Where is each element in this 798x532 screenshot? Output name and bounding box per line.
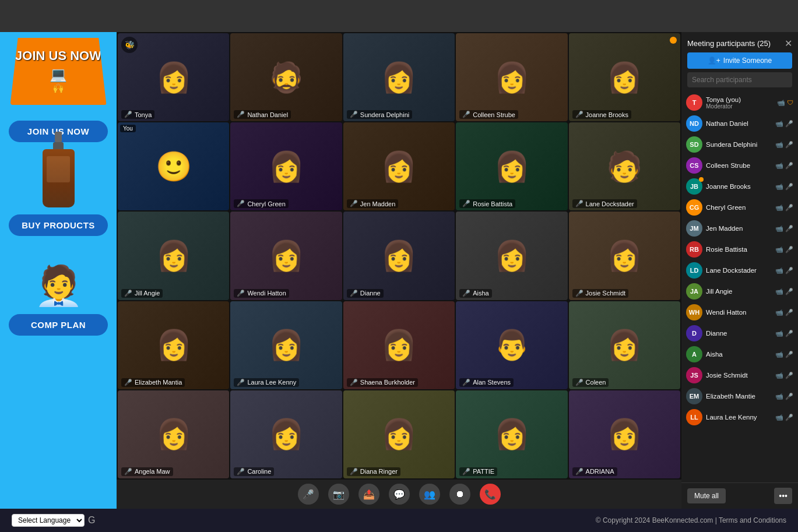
invite-someone-button[interactable]: 👤+ Invite Someone: [687, 52, 792, 69]
name-dianne: Dianne: [706, 330, 772, 337]
name-cheryl: Cheryl Green: [706, 204, 772, 211]
list-item-dianne: D Dianne 📹 🎤: [685, 323, 795, 344]
video-icon-lane: 📹: [775, 267, 783, 274]
list-item-cheryl: CG Cheryl Green 📹 🎤: [685, 197, 795, 218]
joanne-indicator: [699, 177, 704, 182]
list-item-wendi: WH Wendi Hatton 📹 🎤: [685, 302, 795, 323]
video-main: 👩 🐝 🎤Tonya 🧔 🎤Nathan Daniel 👩 🎤Sundera D…: [117, 32, 681, 509]
you-badge: You: [120, 125, 136, 132]
list-item-josie: JS Josie Schmidt 📹 🎤: [685, 365, 795, 386]
mic-icon: 🎤: [124, 111, 132, 118]
orange-indicator-joanne: [670, 37, 677, 44]
joanne-name: 🎤Joanne Brooks: [572, 110, 631, 119]
video-cell-sundera: 👩 🎤Sundera Delphini: [343, 33, 455, 121]
list-item-tonya: T Tonya (you) Moderator 📹 🛡: [685, 92, 795, 113]
sundera-name: 🎤Sundera Delphini: [347, 110, 412, 119]
mic-icon-josie-p: 🎤: [785, 372, 793, 379]
comp-plan-button[interactable]: COMP PLAN: [9, 314, 108, 336]
buy-products-button[interactable]: BUY PRODUCTS: [9, 214, 108, 236]
camera-button[interactable]: 📷: [328, 484, 349, 505]
avatar-aisha: A: [686, 346, 702, 362]
colleen-name: 🎤Colleen Strube: [459, 110, 518, 119]
video-icon-rosie: 📹: [775, 246, 783, 253]
mic-icon-aisha: 🎤: [462, 290, 470, 297]
alan-video: 👨: [456, 301, 567, 389]
icons-elizabeth: 📹 🎤: [775, 393, 793, 400]
adriana-video: 👩: [569, 390, 680, 478]
list-item-nathan: ND Nathan Daniel 📹 🎤: [685, 113, 795, 134]
share-button[interactable]: 📤: [358, 484, 379, 505]
rosie-name: 🎤Rosie Battista: [459, 199, 515, 208]
mic-icon-shaena: 🎤: [350, 379, 358, 386]
icons-laura: 📹 🎤: [775, 414, 793, 421]
video-cell-alan: 👨 🎤Alan Stevens: [456, 301, 567, 389]
close-panel-button[interactable]: ✕: [785, 38, 792, 49]
bee-logo: 🐝: [121, 37, 138, 53]
participants-button[interactable]: 👥: [419, 484, 440, 505]
product-bottle: [43, 149, 75, 207]
language-select[interactable]: Select Language: [12, 514, 85, 527]
angela-name: 🎤Angela Maw: [121, 467, 173, 476]
mic-icon-cheryl: 🎤: [237, 200, 245, 207]
video-cell-joanne: 👩 🎤Joanne Brooks: [569, 33, 680, 121]
video-icon-aisha: 📹: [775, 351, 783, 358]
mic-icon-jen-p: 🎤: [785, 225, 793, 232]
chat-button[interactable]: 💬: [389, 484, 410, 505]
mic-icon-nathan: 🎤: [237, 111, 245, 118]
video-icon-joanne: 📹: [775, 183, 783, 191]
video-icon-jill: 📹: [775, 288, 783, 295]
mic-icon-colleen: 🎤: [462, 111, 470, 118]
video-cell-adriana: 👩 🎤ADRIANA: [569, 390, 680, 478]
avatar-lane: LD: [686, 262, 702, 279]
video-cell-caroline: 👩 🎤Caroline: [230, 390, 342, 478]
icons-nathan: 📹 🎤: [775, 120, 793, 128]
cheryl-video: 👩: [230, 122, 342, 210]
more-options-button[interactable]: •••: [774, 488, 792, 504]
mic-icon-rosie-p: 🎤: [785, 246, 793, 253]
mic-icon-rosie: 🎤: [462, 200, 470, 207]
tonya-name: 🎤Tonya: [121, 110, 154, 119]
list-item-elizabeth: EM Elizabeth Mantie 📹 🎤: [685, 386, 795, 407]
sundera-video: 👩: [343, 33, 455, 121]
icons-wendi: 📹 🎤: [775, 309, 793, 316]
alan-name: 🎤Alan Stevens: [459, 378, 514, 387]
bottom-bar: Select Language G © Copyright 2024 BeeKo…: [0, 509, 798, 532]
avatar-sundera: SD: [686, 136, 702, 153]
video-cell-cheryl: 👩 🎤Cheryl Green: [230, 122, 342, 210]
video-cell-wendi: 👩 🎤Wendi Hatton: [230, 212, 342, 300]
name-elizabeth: Elizabeth Mantie: [706, 393, 772, 400]
video-icon-elizabeth: 📹: [775, 393, 783, 400]
laura-name: 🎤Laura Lee Kenny: [234, 378, 299, 387]
video-cell-jill: 👩 🎤Jill Angie: [118, 212, 229, 300]
icons-tonya: 📹 🛡: [777, 99, 793, 107]
name-tonya: Tonya (you): [706, 96, 774, 103]
wendi-name: 🎤Wendi Hatton: [234, 289, 289, 298]
jill-name: 🎤Jill Angie: [121, 289, 163, 298]
mic-icon-elizabeth-p: 🎤: [785, 393, 793, 400]
list-item-jen: JM Jen Madden 📹 🎤: [685, 218, 795, 239]
dianne-name: 🎤Dianne: [347, 289, 384, 298]
adriana-name: 🎤ADRIANA: [572, 467, 617, 476]
icons-josie: 📹 🎤: [775, 372, 793, 379]
record-button[interactable]: ⏺: [449, 484, 470, 505]
colleen-video: 👩: [456, 33, 567, 121]
search-participants-input[interactable]: [687, 72, 792, 87]
list-item-joanne: JB Joanne Brooks 📹 🎤: [685, 176, 795, 197]
caroline-video: 👩: [230, 390, 342, 478]
mic-button[interactable]: 🎤: [298, 484, 319, 505]
mic-icon-sundera-p: 🎤: [785, 141, 793, 149]
end-button[interactable]: 📞: [480, 484, 501, 505]
nathan-name: 🎤Nathan Daniel: [234, 110, 291, 119]
icons-lane: 📹 🎤: [775, 267, 793, 274]
josie-name: 🎤Josie Schmidt: [572, 289, 628, 298]
name-aisha: Aisha: [706, 351, 772, 358]
avatar-cheryl: CG: [686, 199, 702, 216]
video-cell-josie: 👩 🎤Josie Schmidt: [569, 212, 680, 300]
mic-icon-caroline: 🎤: [237, 468, 245, 475]
avatar-dianne: D: [686, 325, 702, 341]
mute-all-button[interactable]: Mute all: [687, 488, 726, 503]
video-icon-nathan: 📹: [775, 120, 783, 128]
angela-video: 👩: [118, 390, 229, 478]
video-cell-pattie: 👩 🎤PATTIE: [456, 390, 567, 478]
icons-rosie: 📹 🎤: [775, 246, 793, 253]
